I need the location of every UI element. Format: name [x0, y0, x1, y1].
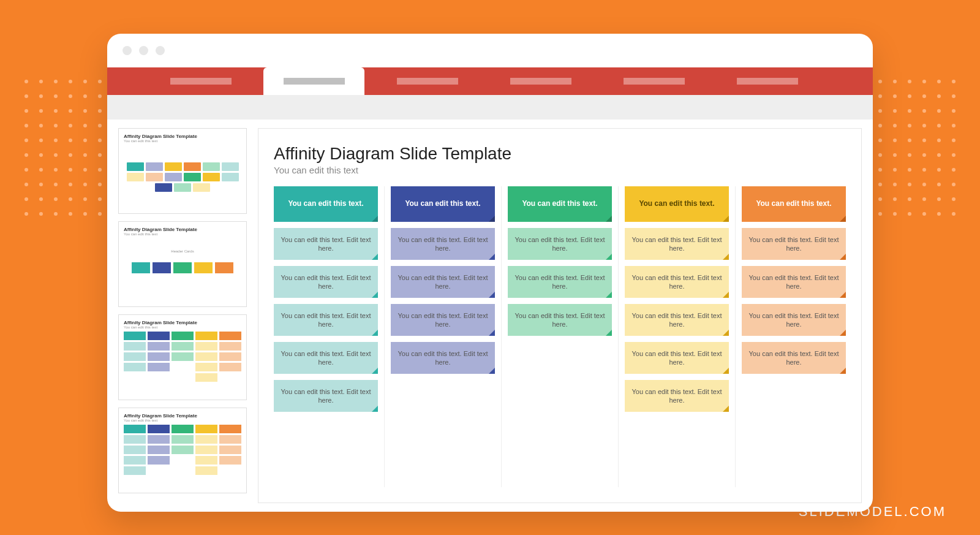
- sticky-note[interactable]: You can edit this text. Edit text here.: [625, 342, 729, 374]
- thumb-columns: [124, 425, 241, 488]
- window-dot-icon: [156, 46, 165, 55]
- thumb-notes-scatter: [124, 162, 241, 192]
- ribbon-tab[interactable]: [150, 67, 251, 95]
- ribbon-tab[interactable]: [603, 67, 704, 95]
- ribbon-tab[interactable]: [717, 67, 818, 95]
- affinity-column: You can edit this text.You can edit this…: [508, 186, 619, 487]
- sticky-note[interactable]: You can edit this text. Edit text here.: [625, 228, 729, 260]
- sticky-note[interactable]: You can edit this text. Edit text here.: [625, 380, 729, 412]
- affinity-column: You can edit this text.You can edit this…: [742, 186, 846, 487]
- slide-title[interactable]: Affinity Diagram Slide Template: [274, 144, 846, 164]
- thumbnail-2[interactable]: Affinity Diagram Slide Template You can …: [118, 221, 247, 307]
- thumb-title: Affinity Diagram Slide Template: [124, 134, 241, 139]
- sticky-note[interactable]: You can edit this text. Edit text here.: [274, 228, 378, 260]
- ribbon-tab-active[interactable]: [263, 67, 364, 95]
- column-header-card[interactable]: You can edit this text.: [274, 186, 378, 222]
- column-header-card[interactable]: You can edit this text.: [508, 186, 612, 222]
- ribbon-tab[interactable]: [490, 67, 591, 95]
- thumb-title: Affinity Diagram Slide Template: [124, 227, 241, 232]
- sticky-note[interactable]: You can edit this text. Edit text here.: [391, 228, 495, 260]
- thumb-title: Affinity Diagram Slide Template: [124, 320, 241, 325]
- thumb-columns: [124, 332, 241, 395]
- thumbnail-1[interactable]: Affinity Diagram Slide Template You can …: [118, 128, 247, 214]
- slide-thumbnails: Affinity Diagram Slide Template You can …: [118, 128, 247, 503]
- thumb-sub: You can edit this text: [124, 232, 241, 236]
- workspace: Affinity Diagram Slide Template You can …: [107, 120, 873, 512]
- thumb-label: Header Cards: [124, 249, 241, 253]
- ribbon-toolbar: [107, 95, 873, 120]
- ribbon-tab[interactable]: [377, 67, 478, 95]
- ribbon-tabs: [107, 67, 873, 95]
- thumb-sub: You can edit this text: [124, 419, 241, 422]
- column-header-card[interactable]: You can edit this text.: [742, 186, 846, 222]
- sticky-note[interactable]: You can edit this text. Edit text here.: [274, 266, 378, 298]
- sticky-note[interactable]: You can edit this text. Edit text here.: [391, 266, 495, 298]
- sticky-note[interactable]: You can edit this text. Edit text here.: [742, 304, 846, 336]
- affinity-column: You can edit this text.You can edit this…: [625, 186, 736, 487]
- sticky-note[interactable]: You can edit this text. Edit text here.: [508, 266, 612, 298]
- thumb-title: Affinity Diagram Slide Template: [124, 413, 241, 419]
- slide-canvas[interactable]: Affinity Diagram Slide Template You can …: [258, 128, 862, 503]
- affinity-column: You can edit this text.You can edit this…: [391, 186, 502, 487]
- thumbnail-3[interactable]: Affinity Diagram Slide Template You can …: [118, 314, 247, 400]
- affinity-columns: You can edit this text.You can edit this…: [274, 186, 846, 487]
- thumb-sub: You can edit this text: [124, 325, 241, 329]
- window-dot-icon: [123, 46, 132, 55]
- sticky-note[interactable]: You can edit this text. Edit text here.: [742, 228, 846, 260]
- thumbnail-4[interactable]: Affinity Diagram Slide Template You can …: [118, 408, 247, 493]
- sticky-note[interactable]: You can edit this text. Edit text here.: [274, 380, 378, 412]
- sticky-note[interactable]: You can edit this text. Edit text here.: [625, 266, 729, 298]
- window-dot-icon: [139, 46, 148, 55]
- sticky-note[interactable]: You can edit this text. Edit text here.: [391, 304, 495, 336]
- sticky-note[interactable]: You can edit this text. Edit text here.: [742, 342, 846, 374]
- titlebar: [107, 34, 873, 67]
- sticky-note[interactable]: You can edit this text. Edit text here.: [508, 228, 612, 260]
- thumb-sub: You can edit this text: [124, 139, 241, 143]
- sticky-note[interactable]: You can edit this text. Edit text here.: [625, 304, 729, 336]
- thumb-header-row: [124, 262, 241, 273]
- column-header-card[interactable]: You can edit this text.: [391, 186, 495, 222]
- affinity-column: You can edit this text.You can edit this…: [274, 186, 385, 487]
- sticky-note[interactable]: You can edit this text. Edit text here.: [274, 342, 378, 374]
- sticky-note[interactable]: You can edit this text. Edit text here.: [508, 304, 612, 336]
- app-window: Affinity Diagram Slide Template You can …: [107, 34, 873, 512]
- slide-subtitle[interactable]: You can edit this text: [274, 165, 846, 175]
- column-header-card[interactable]: You can edit this text.: [625, 186, 729, 222]
- sticky-note[interactable]: You can edit this text. Edit text here.: [742, 266, 846, 298]
- sticky-note[interactable]: You can edit this text. Edit text here.: [274, 304, 378, 336]
- sticky-note[interactable]: You can edit this text. Edit text here.: [391, 342, 495, 374]
